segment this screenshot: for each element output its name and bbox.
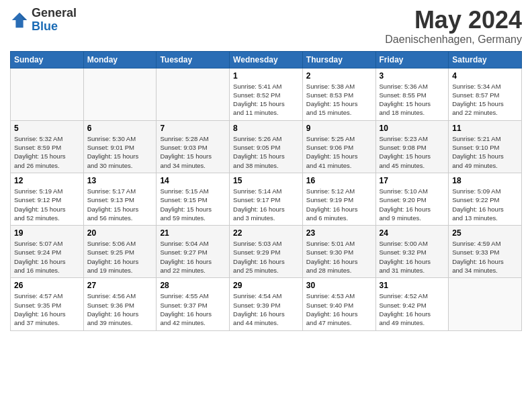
day-info: Sunrise: 5:36 AM Sunset: 8:55 PM Dayligh…	[380, 82, 445, 118]
day-info: Sunrise: 5:30 AM Sunset: 9:01 PM Dayligh…	[87, 134, 153, 170]
day-info: Sunrise: 4:53 AM Sunset: 9:40 PM Dayligh…	[306, 291, 372, 327]
day-info: Sunrise: 5:38 AM Sunset: 8:53 PM Dayligh…	[306, 82, 372, 118]
calendar-week-4: 19Sunrise: 5:07 AM Sunset: 9:24 PM Dayli…	[11, 226, 522, 278]
day-number: 20	[87, 228, 153, 238]
day-number: 7	[160, 124, 226, 133]
day-number: 19	[14, 228, 80, 238]
calendar-cell: 6Sunrise: 5:30 AM Sunset: 9:01 PM Daylig…	[83, 120, 157, 173]
day-number: 15	[233, 176, 299, 185]
calendar-cell: 14Sunrise: 5:15 AM Sunset: 9:15 PM Dayli…	[157, 173, 230, 225]
day-number: 31	[380, 281, 445, 290]
day-info: Sunrise: 5:23 AM Sunset: 9:08 PM Dayligh…	[380, 134, 445, 170]
calendar-cell: 22Sunrise: 5:03 AM Sunset: 9:29 PM Dayli…	[230, 226, 303, 278]
day-number: 28	[160, 281, 226, 290]
day-info: Sunrise: 5:10 AM Sunset: 9:20 PM Dayligh…	[380, 187, 445, 222]
calendar-cell: 13Sunrise: 5:17 AM Sunset: 9:13 PM Dayli…	[83, 173, 157, 225]
calendar-table: Sunday Monday Tuesday Wednesday Thursday…	[10, 51, 522, 331]
header-row: Sunday Monday Tuesday Wednesday Thursday…	[11, 51, 522, 68]
calendar-cell: 5Sunrise: 5:32 AM Sunset: 8:59 PM Daylig…	[11, 120, 84, 173]
day-info: Sunrise: 4:59 AM Sunset: 9:33 PM Dayligh…	[452, 239, 518, 275]
day-number: 13	[87, 176, 153, 185]
calendar-cell: 7Sunrise: 5:28 AM Sunset: 9:03 PM Daylig…	[157, 120, 230, 173]
day-info: Sunrise: 4:57 AM Sunset: 9:35 PM Dayligh…	[14, 291, 80, 327]
location: Daenischenhagen, Germany	[385, 34, 522, 46]
calendar-week-2: 5Sunrise: 5:32 AM Sunset: 8:59 PM Daylig…	[11, 120, 522, 173]
calendar-week-1: 1Sunrise: 5:41 AM Sunset: 8:52 PM Daylig…	[11, 68, 522, 120]
calendar-cell	[11, 68, 84, 120]
day-number: 2	[306, 71, 372, 81]
calendar-cell: 19Sunrise: 5:07 AM Sunset: 9:24 PM Dayli…	[11, 226, 84, 278]
calendar-cell	[83, 68, 157, 120]
calendar-cell: 20Sunrise: 5:06 AM Sunset: 9:25 PM Dayli…	[83, 226, 157, 278]
day-info: Sunrise: 5:01 AM Sunset: 9:30 PM Dayligh…	[306, 239, 372, 275]
day-info: Sunrise: 5:17 AM Sunset: 9:13 PM Dayligh…	[87, 187, 153, 222]
day-number: 12	[14, 176, 80, 185]
day-info: Sunrise: 5:25 AM Sunset: 9:06 PM Dayligh…	[306, 134, 372, 170]
day-number: 17	[380, 176, 445, 185]
calendar-cell: 25Sunrise: 4:59 AM Sunset: 9:33 PM Dayli…	[449, 226, 522, 278]
day-number: 3	[380, 71, 445, 81]
col-monday: Monday	[83, 51, 157, 68]
calendar-cell: 8Sunrise: 5:26 AM Sunset: 9:05 PM Daylig…	[230, 120, 303, 173]
col-sunday: Sunday	[11, 51, 84, 68]
month-title: May 2024	[385, 7, 522, 34]
day-info: Sunrise: 5:06 AM Sunset: 9:25 PM Dayligh…	[87, 239, 153, 275]
calendar-cell: 9Sunrise: 5:25 AM Sunset: 9:06 PM Daylig…	[302, 120, 375, 173]
day-info: Sunrise: 4:56 AM Sunset: 9:36 PM Dayligh…	[87, 291, 153, 327]
calendar-cell: 1Sunrise: 5:41 AM Sunset: 8:52 PM Daylig…	[230, 68, 303, 120]
calendar-cell: 28Sunrise: 4:55 AM Sunset: 9:37 PM Dayli…	[157, 278, 230, 330]
calendar-week-5: 26Sunrise: 4:57 AM Sunset: 9:35 PM Dayli…	[11, 278, 522, 330]
logo: General Blue	[10, 7, 77, 34]
col-saturday: Saturday	[449, 51, 522, 68]
calendar-cell: 30Sunrise: 4:53 AM Sunset: 9:40 PM Dayli…	[302, 278, 375, 330]
calendar-cell	[449, 278, 522, 330]
day-info: Sunrise: 5:03 AM Sunset: 9:29 PM Dayligh…	[233, 239, 299, 275]
calendar-cell: 31Sunrise: 4:52 AM Sunset: 9:42 PM Dayli…	[375, 278, 449, 330]
day-number: 18	[452, 176, 518, 185]
col-wednesday: Wednesday	[230, 51, 303, 68]
calendar-cell	[157, 68, 230, 120]
day-number: 29	[233, 281, 299, 290]
day-number: 22	[233, 228, 299, 238]
calendar-cell: 3Sunrise: 5:36 AM Sunset: 8:55 PM Daylig…	[375, 68, 449, 120]
day-number: 30	[306, 281, 372, 290]
calendar-cell: 24Sunrise: 5:00 AM Sunset: 9:32 PM Dayli…	[375, 226, 449, 278]
calendar-cell: 27Sunrise: 4:56 AM Sunset: 9:36 PM Dayli…	[83, 278, 157, 330]
day-number: 8	[233, 124, 299, 133]
day-number: 5	[14, 124, 80, 133]
day-info: Sunrise: 5:00 AM Sunset: 9:32 PM Dayligh…	[380, 239, 445, 275]
day-number: 25	[452, 228, 518, 238]
calendar-week-3: 12Sunrise: 5:19 AM Sunset: 9:12 PM Dayli…	[11, 173, 522, 225]
day-info: Sunrise: 5:26 AM Sunset: 9:05 PM Dayligh…	[233, 134, 299, 170]
day-number: 4	[452, 71, 518, 81]
day-number: 6	[87, 124, 153, 133]
col-tuesday: Tuesday	[157, 51, 230, 68]
calendar-cell: 26Sunrise: 4:57 AM Sunset: 9:35 PM Dayli…	[11, 278, 84, 330]
day-info: Sunrise: 5:12 AM Sunset: 9:19 PM Dayligh…	[306, 187, 372, 222]
logo-icon	[10, 11, 29, 30]
calendar-cell: 11Sunrise: 5:21 AM Sunset: 9:10 PM Dayli…	[449, 120, 522, 173]
day-info: Sunrise: 5:21 AM Sunset: 9:10 PM Dayligh…	[452, 134, 518, 170]
day-info: Sunrise: 5:28 AM Sunset: 9:03 PM Dayligh…	[160, 134, 226, 170]
calendar-cell: 17Sunrise: 5:10 AM Sunset: 9:20 PM Dayli…	[375, 173, 449, 225]
calendar-cell: 15Sunrise: 5:14 AM Sunset: 9:17 PM Dayli…	[230, 173, 303, 225]
day-info: Sunrise: 5:04 AM Sunset: 9:27 PM Dayligh…	[160, 239, 226, 275]
col-friday: Friday	[375, 51, 449, 68]
day-info: Sunrise: 5:19 AM Sunset: 9:12 PM Dayligh…	[14, 187, 80, 222]
calendar-cell: 10Sunrise: 5:23 AM Sunset: 9:08 PM Dayli…	[375, 120, 449, 173]
day-info: Sunrise: 5:41 AM Sunset: 8:52 PM Dayligh…	[233, 82, 299, 118]
day-number: 26	[14, 281, 80, 290]
day-number: 23	[306, 228, 372, 238]
day-info: Sunrise: 4:55 AM Sunset: 9:37 PM Dayligh…	[160, 291, 226, 327]
logo-text: General Blue	[32, 7, 77, 34]
day-number: 1	[233, 71, 299, 81]
calendar-cell: 2Sunrise: 5:38 AM Sunset: 8:53 PM Daylig…	[302, 68, 375, 120]
day-info: Sunrise: 5:34 AM Sunset: 8:57 PM Dayligh…	[452, 82, 518, 118]
calendar-cell: 16Sunrise: 5:12 AM Sunset: 9:19 PM Dayli…	[302, 173, 375, 225]
day-number: 21	[160, 228, 226, 238]
day-number: 10	[380, 124, 445, 133]
day-info: Sunrise: 4:54 AM Sunset: 9:39 PM Dayligh…	[233, 291, 299, 327]
calendar-cell: 12Sunrise: 5:19 AM Sunset: 9:12 PM Dayli…	[11, 173, 84, 225]
calendar-cell: 18Sunrise: 5:09 AM Sunset: 9:22 PM Dayli…	[449, 173, 522, 225]
col-thursday: Thursday	[302, 51, 375, 68]
